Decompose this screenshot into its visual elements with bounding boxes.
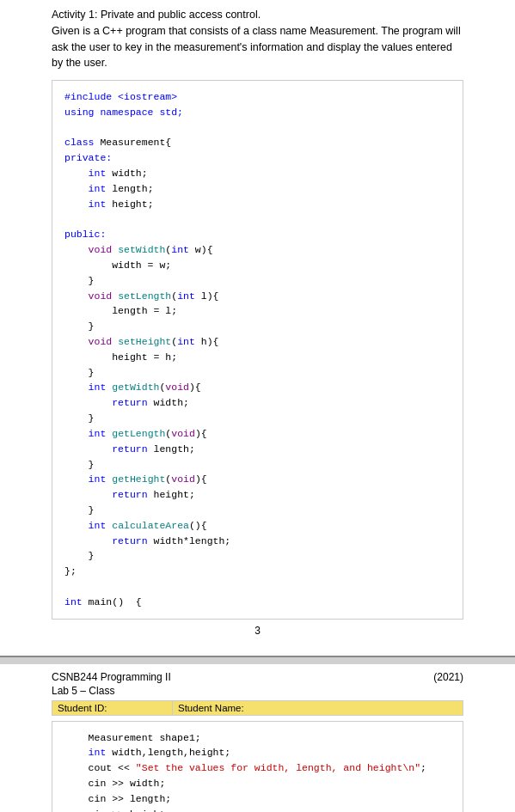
code-line: int main() { bbox=[64, 595, 451, 610]
course-year: (2021) bbox=[433, 671, 463, 683]
intro-text: Activity 1: Private and public access co… bbox=[52, 7, 463, 71]
code-line: } bbox=[64, 365, 451, 381]
code-line: int height; bbox=[64, 197, 451, 212]
code-line: int length; bbox=[64, 181, 451, 197]
code-line: #include <iostream> bbox=[64, 89, 451, 105]
code-block-bottom: Measurement shape1; int width,length,hei… bbox=[52, 721, 463, 812]
top-section: Activity 1: Private and public access co… bbox=[0, 0, 515, 656]
code-line: private: bbox=[64, 150, 451, 166]
student-info-row: Student ID: Student Name: bbox=[52, 700, 463, 716]
code-line: int getHeight(void){ bbox=[64, 472, 451, 487]
code-line: cin >> length; bbox=[64, 791, 451, 807]
lab-subheader: Lab 5 – Class bbox=[52, 685, 463, 697]
code-line: length = l; bbox=[64, 303, 451, 319]
code-line: cin >> width; bbox=[64, 776, 451, 791]
code-line: } bbox=[64, 457, 451, 473]
code-line: using namespace std; bbox=[64, 105, 451, 120]
code-line: void setLength(int l){ bbox=[64, 289, 451, 304]
student-id-cell: Student ID: bbox=[52, 701, 173, 715]
code-line: return width; bbox=[64, 395, 451, 411]
student-name-cell: Student Name: bbox=[173, 701, 345, 715]
lab-header: CSNB244 Programming II (2021) bbox=[52, 671, 463, 683]
code-line: Measurement shape1; bbox=[64, 730, 451, 746]
page-number: 3 bbox=[52, 620, 463, 645]
code-line: } bbox=[64, 548, 451, 564]
code-line: } bbox=[64, 411, 451, 426]
code-line: class Measurement{ bbox=[64, 135, 451, 150]
code-line: return height; bbox=[64, 487, 451, 503]
code-line: height = h; bbox=[64, 350, 451, 365]
code-line: } bbox=[64, 503, 451, 518]
code-line: int calculateArea(){ bbox=[64, 518, 451, 534]
code-line bbox=[64, 120, 451, 136]
code-line: void setWidth(int w){ bbox=[64, 242, 451, 258]
code-line: cout << "Set the values for width, lengt… bbox=[64, 760, 451, 776]
code-block-top: #include <iostream> using namespace std;… bbox=[52, 80, 463, 620]
code-line: int getWidth(void){ bbox=[64, 380, 451, 395]
bottom-section: CSNB244 Programming II (2021) Lab 5 – Cl… bbox=[0, 664, 515, 812]
code-line: return width*length; bbox=[64, 534, 451, 549]
code-line: int width; bbox=[64, 166, 451, 181]
course-title: CSNB244 Programming II bbox=[52, 671, 171, 683]
code-line: int width,length,height; bbox=[64, 745, 451, 760]
code-line bbox=[64, 579, 451, 595]
code-line: return length; bbox=[64, 442, 451, 457]
code-line: cin >> height; bbox=[64, 807, 451, 812]
code-line bbox=[64, 212, 451, 228]
code-line: width = w; bbox=[64, 258, 451, 273]
code-line: public: bbox=[64, 227, 451, 242]
code-line: } bbox=[64, 319, 451, 334]
code-line: } bbox=[64, 273, 451, 289]
code-line: }; bbox=[64, 564, 451, 579]
code-line: void setHeight(int h){ bbox=[64, 334, 451, 350]
code-line: int getLength(void){ bbox=[64, 426, 451, 442]
